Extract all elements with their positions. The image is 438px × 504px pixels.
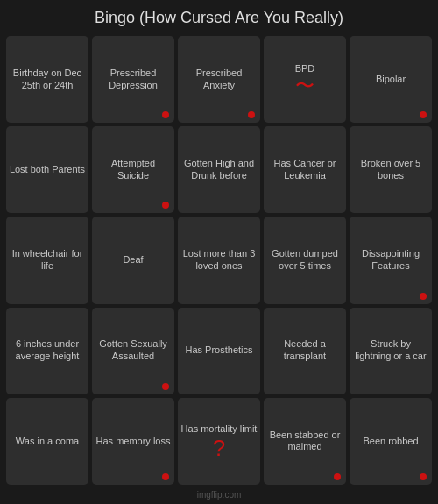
cell-text-21: Has memory loss bbox=[96, 436, 171, 448]
bingo-cell-2[interactable]: Prescribed Anxiety bbox=[178, 36, 260, 123]
cell-text-17: Has Prosthetics bbox=[185, 344, 252, 357]
bingo-cell-21[interactable]: Has memory loss bbox=[92, 398, 174, 485]
cell-text-9: Broken over 5 bones bbox=[352, 158, 429, 182]
cell-text-19: Struck by lightning or a car bbox=[352, 338, 429, 363]
bingo-cell-12[interactable]: Lost more than 3 loved ones bbox=[178, 217, 260, 303]
marked-dot-24 bbox=[420, 473, 427, 480]
bingo-cell-3[interactable]: BPD〜 bbox=[264, 36, 346, 123]
bingo-cell-24[interactable]: Been robbed bbox=[350, 398, 432, 485]
bingo-cell-14[interactable]: Dissapointing Features bbox=[350, 217, 432, 303]
cell-text-4: Bipolar bbox=[376, 74, 406, 86]
cell-text-1: Prescribed Depression bbox=[95, 67, 172, 92]
marked-dot-4 bbox=[420, 111, 427, 118]
bingo-cell-5[interactable]: Lost both Parents bbox=[6, 126, 88, 213]
cell-text-22: Has mortality limit bbox=[181, 423, 258, 436]
page-title: Bingo (How Cursed Are You Really) bbox=[95, 0, 343, 32]
marked-dot-23 bbox=[334, 473, 341, 480]
cell-text-24: Been robbed bbox=[364, 436, 419, 448]
cell-text-23: Been stabbed or maimed bbox=[266, 429, 343, 454]
cell-text-14: Dissapointing Features bbox=[352, 248, 429, 273]
bingo-cell-18[interactable]: Needed a transplant bbox=[264, 308, 346, 394]
bingo-cell-19[interactable]: Struck by lightning or a car bbox=[350, 308, 432, 394]
bingo-cell-4[interactable]: Bipolar bbox=[350, 36, 432, 123]
bingo-cell-11[interactable]: Deaf bbox=[92, 217, 174, 303]
marked-dot-2 bbox=[248, 111, 255, 118]
bingo-cell-23[interactable]: Been stabbed or maimed bbox=[264, 398, 346, 485]
marked-dot-6 bbox=[162, 202, 169, 209]
marked-dot-21 bbox=[162, 473, 169, 480]
cell-text-12: Lost more than 3 loved ones bbox=[180, 248, 258, 273]
cell-text-5: Lost both Parents bbox=[10, 164, 85, 176]
bingo-cell-0[interactable]: Birthday on Dec 25th or 24th bbox=[6, 36, 88, 123]
cell-text-16: Gotten Sexually Assaulted bbox=[95, 338, 172, 363]
marked-dot-1 bbox=[162, 111, 169, 118]
cell-text-18: Needed a transplant bbox=[266, 338, 343, 363]
cell-text-3: BPD bbox=[295, 63, 315, 75]
question-symbol-22: ? bbox=[213, 437, 225, 459]
bingo-cell-13[interactable]: Gotten dumped over 5 times bbox=[264, 217, 346, 303]
bingo-cell-8[interactable]: Has Cancer or Leukemia bbox=[264, 126, 346, 213]
bingo-cell-17[interactable]: Has Prosthetics bbox=[178, 308, 260, 394]
bingo-cell-16[interactable]: Gotten Sexually Assaulted bbox=[92, 308, 174, 394]
bingo-cell-15[interactable]: 6 inches under average height bbox=[6, 308, 88, 394]
cell-text-13: Gotten dumped over 5 times bbox=[266, 248, 343, 273]
cell-text-11: Deaf bbox=[123, 254, 143, 266]
cell-text-10: In wheelchair for life bbox=[9, 248, 86, 273]
bingo-cell-1[interactable]: Prescribed Depression bbox=[92, 36, 174, 123]
bingo-cell-22[interactable]: Has mortality limit? bbox=[178, 398, 260, 485]
cell-text-6: Attempted Suicide bbox=[95, 158, 172, 182]
bingo-cell-20[interactable]: Was in a coma bbox=[6, 398, 88, 485]
marked-dot-16 bbox=[162, 383, 169, 390]
cell-text-8: Has Cancer or Leukemia bbox=[266, 158, 343, 182]
cell-text-15: 6 inches under average height bbox=[9, 338, 86, 363]
cell-text-2: Prescribed Anxiety bbox=[180, 67, 258, 92]
watermark: imgflip.com bbox=[197, 488, 242, 501]
bingo-cell-6[interactable]: Attempted Suicide bbox=[92, 126, 174, 213]
tilde-symbol-3: 〜 bbox=[295, 76, 314, 96]
cell-text-7: Gotten High and Drunk before bbox=[180, 158, 258, 182]
bingo-grid: Birthday on Dec 25th or 24thPrescribed D… bbox=[3, 32, 435, 488]
bingo-cell-10[interactable]: In wheelchair for life bbox=[6, 217, 88, 303]
marked-dot-14 bbox=[420, 293, 427, 300]
bingo-cell-9[interactable]: Broken over 5 bones bbox=[350, 126, 432, 213]
bingo-cell-7[interactable]: Gotten High and Drunk before bbox=[178, 126, 260, 213]
cell-text-20: Was in a coma bbox=[16, 436, 79, 448]
cell-text-0: Birthday on Dec 25th or 24th bbox=[9, 67, 86, 92]
